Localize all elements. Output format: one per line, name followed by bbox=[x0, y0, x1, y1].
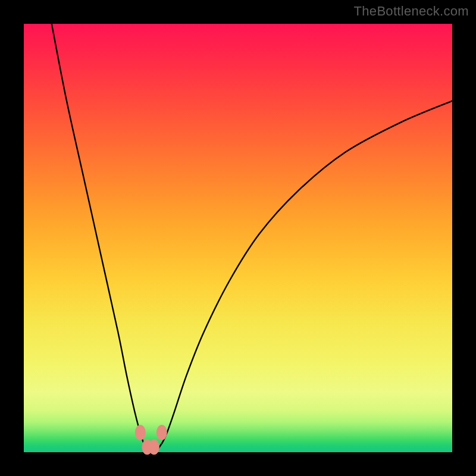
curve-marker bbox=[149, 439, 159, 455]
chart-frame: TheBottleneck.com bbox=[0, 0, 476, 476]
plot-area bbox=[24, 24, 452, 452]
curve-layer bbox=[24, 24, 452, 452]
watermark-text: TheBottleneck.com bbox=[354, 4, 469, 19]
bottleneck-curve bbox=[52, 24, 452, 451]
curve-marker bbox=[135, 425, 146, 440]
curve-markers bbox=[135, 425, 167, 455]
curve-marker bbox=[156, 425, 167, 440]
